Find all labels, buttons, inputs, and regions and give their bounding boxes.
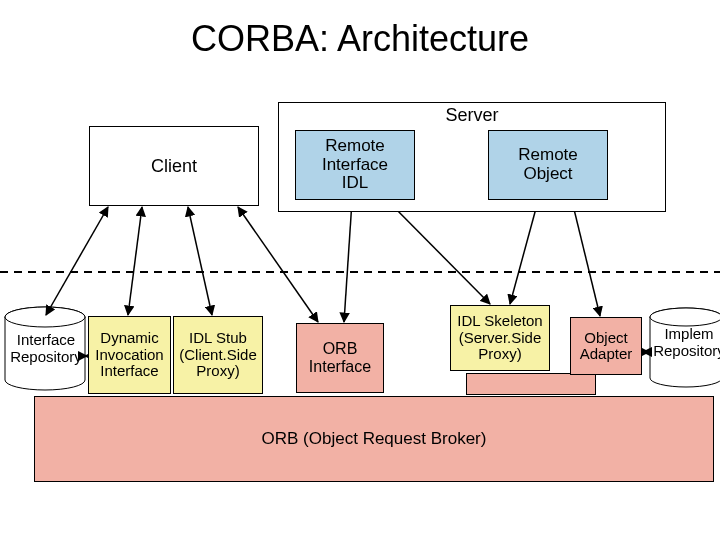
implem-repository-label: Implem Repository: [650, 326, 720, 359]
svg-point-1: [5, 307, 85, 327]
skeleton-pedestal: [466, 373, 596, 395]
orb-label: ORB (Object Request Broker): [262, 429, 487, 449]
svg-point-0: [5, 307, 85, 327]
idl-stub-box: IDL Stub (Client.Side Proxy): [173, 316, 263, 394]
remote-idl-label: Remote Interface IDL: [322, 137, 388, 193]
interface-repository-label: Interface Repository: [3, 332, 89, 365]
remote-object-box: Remote Object: [488, 130, 608, 200]
object-adapter-label: Object Adapter: [580, 330, 633, 363]
svg-line-7: [188, 207, 212, 315]
svg-line-6: [128, 207, 142, 315]
orb-interface-box: ORB Interface: [296, 323, 384, 393]
remote-interface-idl-box: Remote Interface IDL: [295, 130, 415, 200]
dynamic-invocation-interface-box: Dynamic Invocation Interface: [88, 316, 171, 394]
orb-interface-label: ORB Interface: [309, 340, 371, 375]
idl-skeleton-box: IDL Skeleton (Server.Side Proxy): [450, 305, 550, 371]
svg-line-10: [388, 201, 490, 304]
svg-point-2: [650, 308, 720, 326]
svg-line-5: [46, 207, 108, 315]
idl-stub-label: IDL Stub (Client.Side Proxy): [179, 330, 257, 380]
object-adapter-box: Object Adapter: [570, 317, 642, 375]
idl-skeleton-label: IDL Skeleton (Server.Side Proxy): [457, 313, 542, 363]
diagram-title: CORBA: Architecture: [0, 18, 720, 60]
svg-line-8: [238, 207, 318, 322]
svg-point-3: [650, 308, 720, 326]
client-label: Client: [151, 156, 197, 177]
dyn-inv-label: Dynamic Invocation Interface: [95, 330, 163, 380]
server-label: Server: [279, 105, 665, 126]
remote-object-label: Remote Object: [518, 146, 578, 183]
svg-line-9: [344, 201, 352, 322]
svg-line-12: [572, 201, 600, 316]
orb-box: ORB (Object Request Broker): [34, 396, 714, 482]
client-box: Client: [89, 126, 259, 206]
svg-line-11: [510, 201, 538, 304]
